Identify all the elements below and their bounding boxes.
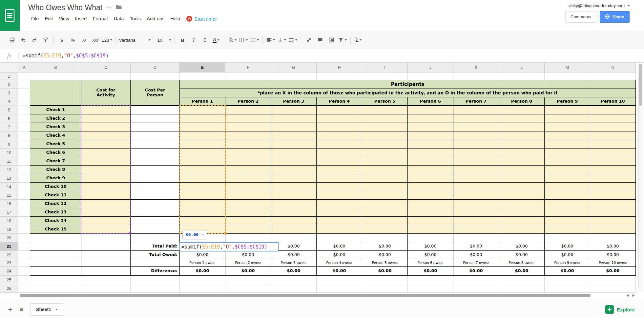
grid-cell-H18[interactable] <box>317 217 362 225</box>
menu-item-data[interactable]: Data <box>111 15 127 22</box>
grid-cell-B23[interactable] <box>30 259 81 267</box>
spreadsheet-grid[interactable]: =sumif(E5:E19,"O",$C$5:$C$19) $0.00 × AB… <box>0 63 636 293</box>
grid-cell-L1[interactable] <box>499 72 545 80</box>
grid-cell-F11[interactable] <box>225 157 271 166</box>
grid-cell-L13[interactable] <box>499 174 545 183</box>
cell-D2[interactable]: Cost Per Person <box>131 80 180 106</box>
grid-cell-B1[interactable] <box>30 72 81 80</box>
grid-cell-K15[interactable] <box>453 191 499 200</box>
grid-cell-E6[interactable] <box>180 114 225 123</box>
cell-B9[interactable]: Check 5 <box>30 140 81 149</box>
grid-cell-F25[interactable] <box>225 276 271 284</box>
scroll-right-icon[interactable]: ▶ <box>632 293 635 297</box>
grid-cell-A13[interactable] <box>18 174 30 183</box>
cell-N21[interactable]: $0.00 <box>590 242 636 251</box>
cell-G23[interactable]: Person 3 owes: <box>271 259 317 267</box>
cell-E2[interactable]: Participants <box>180 80 636 89</box>
grid-cell-H8[interactable] <box>317 131 362 140</box>
grid-cell-I18[interactable] <box>362 217 408 225</box>
grid-cell-G5[interactable] <box>271 106 317 114</box>
insert-link-icon[interactable] <box>303 35 315 45</box>
grid-cell-I1[interactable] <box>362 72 408 80</box>
grid-cell-M19[interactable] <box>545 225 590 234</box>
cell-J4[interactable]: Person 6 <box>408 97 453 106</box>
grid-cell-N6[interactable] <box>590 114 636 123</box>
grid-cell-A18[interactable] <box>18 217 30 225</box>
column-header-D[interactable]: D <box>131 63 180 72</box>
grid-cell-D11[interactable] <box>131 157 180 166</box>
grid-cell-N7[interactable] <box>590 123 636 131</box>
cell-F24[interactable]: $0.00 <box>225 267 271 276</box>
row-header-13[interactable]: 13 <box>0 174 18 183</box>
cell-H24[interactable]: $0.00 <box>317 267 362 276</box>
grid-cell-N14[interactable] <box>590 183 636 191</box>
grid-cell-L7[interactable] <box>499 123 545 131</box>
row-header-18[interactable]: 18 <box>0 217 18 225</box>
grid-cell-C10[interactable] <box>81 149 131 157</box>
grid-cell-J16[interactable] <box>408 200 453 208</box>
grid-cell-K12[interactable] <box>453 166 499 174</box>
grid-cell-L6[interactable] <box>499 114 545 123</box>
grid-cell-G14[interactable] <box>271 183 317 191</box>
grid-cell-G19[interactable] <box>271 225 317 234</box>
grid-cell-N18[interactable] <box>590 217 636 225</box>
row-header-23[interactable]: 23 <box>0 259 18 267</box>
cell-H23[interactable]: Person 4 owes: <box>317 259 362 267</box>
grid-cell-M12[interactable] <box>545 166 590 174</box>
cell-G22[interactable]: $0.00 <box>271 251 317 259</box>
cell-B18[interactable]: Check 14 <box>30 217 81 225</box>
grid-cell-F6[interactable] <box>225 114 271 123</box>
grid-cell-J9[interactable] <box>408 140 453 149</box>
select-all-corner[interactable] <box>0 63 18 72</box>
column-header-J[interactable]: J <box>408 63 453 72</box>
font-size-select[interactable]: 10 <box>156 35 172 45</box>
row-header-17[interactable]: 17 <box>0 208 18 217</box>
grid-cell-E8[interactable] <box>180 131 225 140</box>
grid-cell-D12[interactable] <box>131 166 180 174</box>
grid-cell-N16[interactable] <box>590 200 636 208</box>
share-button[interactable]: Share <box>600 11 630 23</box>
row-header-3[interactable]: 3 <box>0 89 18 97</box>
cell-K23[interactable]: Person 7 owes: <box>453 259 499 267</box>
row-header-20[interactable]: 20 <box>0 234 18 242</box>
grid-cell-K1[interactable] <box>453 72 499 80</box>
doc-title[interactable]: Who Owes Who What <box>28 3 102 12</box>
grid-cell-G13[interactable] <box>271 174 317 183</box>
grid-cell-M6[interactable] <box>545 114 590 123</box>
grid-cell-I20[interactable] <box>362 234 408 242</box>
grid-cell-D10[interactable] <box>131 149 180 157</box>
grid-cell-A20[interactable] <box>18 234 30 242</box>
cell-B19[interactable]: Check 15 <box>30 225 81 234</box>
row-header-16[interactable]: 16 <box>0 200 18 208</box>
grid-cell-E12[interactable] <box>180 166 225 174</box>
grid-cell-G9[interactable] <box>271 140 317 149</box>
cell-E22[interactable]: $0.00 <box>180 251 225 259</box>
grid-cell-H11[interactable] <box>317 157 362 166</box>
grid-cell-I15[interactable] <box>362 191 408 200</box>
grid-cell-H19[interactable] <box>317 225 362 234</box>
grid-cell-I10[interactable] <box>362 149 408 157</box>
grid-cell-A12[interactable] <box>18 166 30 174</box>
grid-cell-H14[interactable] <box>317 183 362 191</box>
start-timer[interactable]: Start timer <box>186 16 217 22</box>
grid-cell-C6[interactable] <box>81 114 131 123</box>
redo-icon[interactable] <box>29 35 40 45</box>
grid-cell-H5[interactable] <box>317 106 362 114</box>
grid-cell-E10[interactable] <box>180 149 225 157</box>
grid-cell-A8[interactable] <box>18 131 30 140</box>
grid-cell-L17[interactable] <box>499 208 545 217</box>
cell-L24[interactable]: $0.00 <box>499 267 545 276</box>
cell-B5[interactable]: Check 1 <box>30 106 81 114</box>
grid-cell-J20[interactable] <box>408 234 453 242</box>
functions-button[interactable]: Σ <box>353 35 364 45</box>
cell-E23[interactable]: Person 1 owes: <box>180 259 225 267</box>
grid-cell-D6[interactable] <box>131 114 180 123</box>
cell-I21[interactable]: $0.00 <box>362 242 408 251</box>
grid-cell-A7[interactable] <box>18 123 30 131</box>
grid-cell-C14[interactable] <box>81 183 131 191</box>
comments-button[interactable]: Comments <box>565 11 596 23</box>
grid-cell-D18[interactable] <box>131 217 180 225</box>
grid-cell-M5[interactable] <box>545 106 590 114</box>
cell-E3[interactable]: *place an X in the column of those who p… <box>180 89 636 97</box>
grid-cell-K7[interactable] <box>453 123 499 131</box>
